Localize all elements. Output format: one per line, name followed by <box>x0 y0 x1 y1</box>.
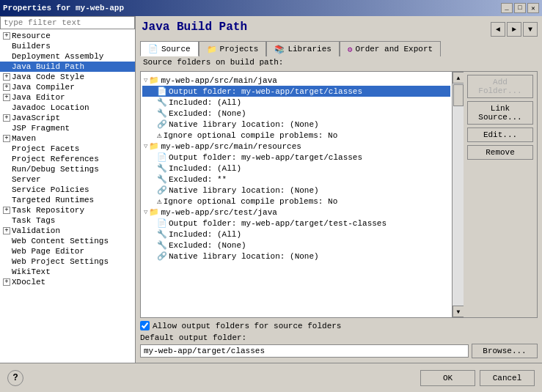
tree-node-native-test[interactable]: 🔗 Native library location: (None) <box>142 251 450 262</box>
node-label: my-web-app/src/main/java <box>161 76 277 85</box>
link-source-button[interactable]: Link Source... <box>467 101 533 125</box>
scroll-up-button[interactable]: ▲ <box>453 72 464 84</box>
tree-node-output-test[interactable]: 📄 Output folder: my-web-app/target/test-… <box>142 218 450 229</box>
source-tree: ▽ 📁 my-web-app/src/main/java 📄 Output fo… <box>141 72 452 317</box>
sidebar-item-java-code-style[interactable]: + Java Code Style <box>0 72 135 82</box>
sidebar-item-server[interactable]: Server <box>0 174 135 185</box>
sidebar-item-xdoclet[interactable]: + XDoclet <box>0 277 135 287</box>
tab-order-export[interactable]: ⚙ Order and Export <box>340 41 441 56</box>
node-label: Output folder: my-web-app/target/classes <box>169 87 362 96</box>
forward-button[interactable]: ► <box>507 22 521 37</box>
sidebar-item-label: Task Tags <box>12 216 55 225</box>
default-folder-input[interactable] <box>140 344 469 358</box>
tree-node-native-main[interactable]: 🔗 Native library location: (None) <box>142 119 450 130</box>
sidebar-item-label: Maven <box>12 134 36 143</box>
tree-node-native-resources[interactable]: 🔗 Native library location: (None) <box>142 185 450 196</box>
content-area: + Resource Builders Deployment Assembly … <box>0 16 542 363</box>
tree-node-included-resources[interactable]: 🔧 Included: (All) <box>142 163 450 174</box>
sidebar-item-web-page-editor[interactable]: Web Page Editor <box>0 246 135 256</box>
tree-node-included-main[interactable]: 🔧 Included: (All) <box>142 97 450 108</box>
scrollbar[interactable]: ▲ ▼ <box>452 72 464 317</box>
expand-icon: + <box>3 114 10 122</box>
default-folder-row: Browse... <box>140 344 538 358</box>
sidebar-item-label: JavaScript <box>12 114 60 122</box>
filter-icon: 🔧 <box>157 174 167 184</box>
maximize-button[interactable]: □ <box>514 3 526 13</box>
scroll-down-button[interactable]: ▼ <box>453 306 464 317</box>
sidebar-item-web-project[interactable]: Web Project Settings <box>0 256 135 267</box>
browse-button[interactable]: Browse... <box>472 344 538 358</box>
sidebar-item-javascript[interactable]: + JavaScript <box>0 113 135 123</box>
sidebar-item-project-references[interactable]: Project References <box>0 154 135 164</box>
sidebar-item-label: Java Build Path <box>12 62 84 71</box>
filter-icon: 🔧 <box>157 108 167 118</box>
add-folder-button[interactable]: Add Folder... <box>467 75 533 98</box>
tree-node-included-test[interactable]: 🔧 Included: (All) <box>142 229 450 240</box>
sidebar-item-run-debug[interactable]: Run/Debug Settings <box>0 164 135 174</box>
sidebar-item-jsp[interactable]: JSP Fragment <box>0 123 135 133</box>
sidebar-item-web-content[interactable]: Web Content Settings <box>0 236 135 246</box>
sidebar-item-task-repository[interactable]: + Task Repository <box>0 205 135 215</box>
node-label: Output folder: my-web-app/target/test-cl… <box>169 219 387 228</box>
sidebar-item-label: Task Repository <box>12 206 84 215</box>
right-panel: Java Build Path ◄ ► ▼ 📄 Source 📁 Project… <box>136 16 542 363</box>
tree-node-ignore-resources[interactable]: ⚠ Ignore optional compile problems: No <box>142 196 450 207</box>
tree-node-ignore-main[interactable]: ⚠ Ignore optional compile problems: No <box>142 130 450 141</box>
ok-button[interactable]: OK <box>420 370 475 386</box>
tree-node-output-resources[interactable]: 📄 Output folder: my-web-app/target/class… <box>142 152 450 163</box>
sidebar-item-project-facets[interactable]: Project Facets <box>0 144 135 154</box>
sidebar-item-label: Service Policies <box>12 185 89 194</box>
tab-projects[interactable]: 📁 Projects <box>199 41 267 56</box>
tree-node-excluded-resources[interactable]: 🔧 Excluded: ** <box>142 174 450 185</box>
sidebar-item-java-editor[interactable]: + Java Editor <box>0 92 135 103</box>
sidebar-item-java-compiler[interactable]: + Java Compiler <box>0 82 135 92</box>
panel-title: Java Build Path <box>140 21 247 34</box>
edit-button[interactable]: Edit... <box>467 127 533 142</box>
collapse-icon: ▽ <box>144 208 147 216</box>
sidebar-item-task-tags[interactable]: Task Tags <box>0 215 135 226</box>
sidebar-item-wikitext[interactable]: WikiText <box>0 267 135 277</box>
back-button[interactable]: ◄ <box>491 22 505 37</box>
cancel-button[interactable]: Cancel <box>480 370 535 386</box>
tab-libraries[interactable]: 📚 Libraries <box>266 41 339 56</box>
tree-node-output-main[interactable]: 📄 Output folder: my-web-app/target/class… <box>142 86 450 97</box>
node-label: Excluded: ** <box>169 175 227 184</box>
sidebar-item-builders[interactable]: Builders <box>0 41 135 51</box>
node-label: Excluded: (None) <box>169 109 246 118</box>
close-button[interactable]: ✕ <box>527 3 539 13</box>
tab-source[interactable]: 📄 Source <box>140 41 199 56</box>
collapse-icon: ▽ <box>144 142 147 150</box>
expand-icon: + <box>3 32 10 40</box>
tab-order-label: Order and Export <box>355 45 433 53</box>
scroll-thumb[interactable] <box>453 84 464 106</box>
sidebar-item-validation[interactable]: + Validation <box>0 226 135 236</box>
tree-node-src-test-java[interactable]: ▽ 📁 my-web-app/src/test/java <box>142 207 450 218</box>
sidebar-item-label: Java Code Style <box>12 73 84 81</box>
allow-output-checkbox[interactable] <box>140 321 150 330</box>
tab-projects-label: Projects <box>220 45 259 53</box>
sidebar-item-service-policies[interactable]: Service Policies <box>0 185 135 195</box>
help-button[interactable]: ? <box>7 370 23 386</box>
tree-node-excluded-main[interactable]: 🔧 Excluded: (None) <box>142 108 450 119</box>
folder-icon: 📁 <box>149 75 159 85</box>
tree-node-excluded-test[interactable]: 🔧 Excluded: (None) <box>142 240 450 251</box>
sidebar-item-deployment[interactable]: Deployment Assembly <box>0 51 135 62</box>
filter-input[interactable] <box>0 16 135 29</box>
dropdown-button[interactable]: ▼ <box>523 22 538 37</box>
output-icon: 📄 <box>157 152 167 162</box>
ignore-icon: ⚠ <box>157 130 162 140</box>
tree-node-src-main-java[interactable]: ▽ 📁 my-web-app/src/main/java <box>142 75 450 86</box>
minimize-button[interactable]: _ <box>501 3 513 13</box>
title-bar: Properties for my-web-app _ □ ✕ <box>0 0 542 16</box>
sidebar-item-resource[interactable]: + Resource <box>0 31 135 41</box>
bottom-section: Allow output folders for source folders … <box>140 321 538 358</box>
toolbar: Java Build Path ◄ ► ▼ <box>140 21 538 38</box>
sidebar-item-label: Builders <box>12 42 51 51</box>
sidebar-item-java-build-path[interactable]: Java Build Path <box>0 62 135 72</box>
remove-button[interactable]: Remove <box>467 145 533 160</box>
scroll-track[interactable] <box>453 84 464 306</box>
sidebar-item-targeted-runtimes[interactable]: Targeted Runtimes <box>0 195 135 205</box>
sidebar-item-maven[interactable]: + Maven <box>0 133 135 144</box>
tree-node-src-main-resources[interactable]: ▽ 📁 my-web-app/src/main/resources <box>142 141 450 152</box>
sidebar-item-javadoc[interactable]: Javadoc Location <box>0 103 135 113</box>
